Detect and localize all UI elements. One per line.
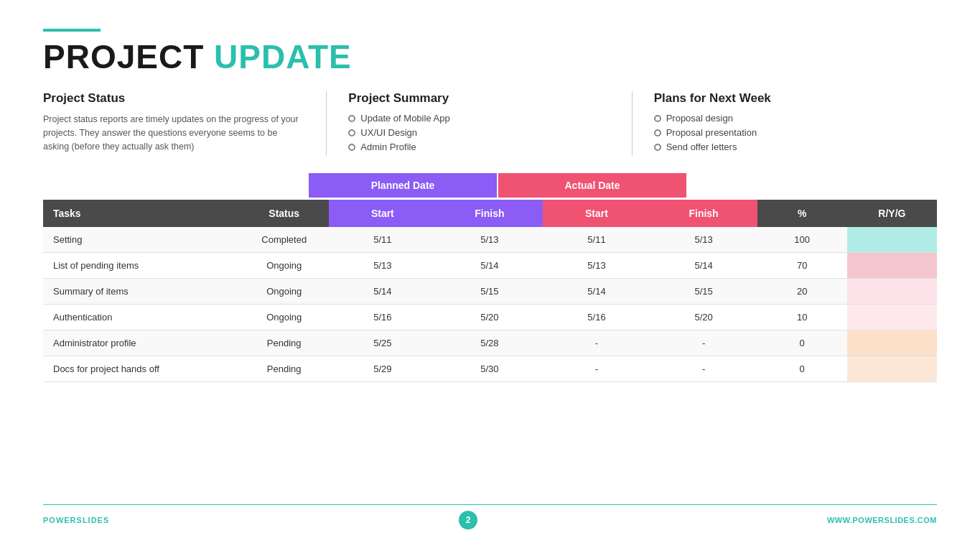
col-status: Status — [239, 200, 329, 227]
bullet-icon — [348, 129, 355, 136]
table-row: Summary of itemsOngoing5/145/155/145/152… — [43, 278, 937, 304]
table-cell: 5/29 — [329, 356, 436, 381]
top-section: Project Status Project status reports ar… — [43, 91, 937, 156]
table-cell: 5/15 — [436, 278, 543, 304]
task-name-cell: Summary of items — [43, 278, 239, 304]
table-cell: 5/14 — [436, 252, 543, 278]
table-cell: 5/13 — [543, 252, 650, 278]
table-cell: 5/13 — [650, 227, 757, 253]
table-section: Planned Date Actual Date Tasks Status St… — [43, 173, 937, 496]
table-row: AuthenticationOngoing5/165/205/165/2010 — [43, 304, 937, 330]
table-cell: 70 — [757, 252, 847, 278]
task-name-cell: Administrator profile — [43, 330, 239, 356]
list-item: UX/UI Design — [348, 127, 610, 138]
bullet-icon — [348, 144, 355, 151]
project-summary-title: Project Summary — [348, 91, 610, 106]
ryg-cell — [847, 304, 937, 330]
table-row: Docs for project hands offPending5/295/3… — [43, 356, 937, 381]
table-cell: - — [650, 356, 757, 381]
table-cell: 5/20 — [650, 304, 757, 330]
project-status-title: Project Status — [43, 91, 304, 106]
list-item: Proposal presentation — [654, 127, 915, 138]
title-teal: UPDATE — [214, 38, 352, 75]
table-cell: Pending — [239, 330, 329, 356]
table-cell: 5/14 — [650, 252, 757, 278]
table-cell: 5/13 — [436, 227, 543, 253]
bullet-icon — [654, 115, 661, 122]
table-cell: 5/11 — [329, 227, 436, 253]
table-cell: Completed — [239, 227, 329, 253]
project-summary-col: Project Summary Update of Mobile App UX/… — [326, 91, 631, 156]
table-cell: 5/20 — [436, 304, 543, 330]
ryg-cell — [847, 227, 937, 253]
list-item: Proposal design — [654, 113, 915, 124]
bullet-icon — [654, 129, 661, 136]
brand-black: POWER — [43, 516, 77, 524]
ryg-cell — [847, 330, 937, 356]
col-pct: % — [757, 200, 847, 227]
project-table: Tasks Status Start Finish Start Finish %… — [43, 200, 937, 382]
table-cell: Ongoing — [239, 252, 329, 278]
project-status-col: Project Status Project status reports ar… — [43, 91, 326, 156]
table-cell: 100 — [757, 227, 847, 253]
bullet-icon — [654, 144, 661, 151]
ryg-cell — [847, 356, 937, 381]
plans-next-week-col: Plans for Next Week Proposal design Prop… — [632, 91, 937, 156]
bullet-icon — [348, 115, 355, 122]
table-cell: - — [650, 330, 757, 356]
footer-page-number: 2 — [459, 511, 477, 529]
list-item: Admin Profile — [348, 142, 610, 152]
table-row: SettingCompleted5/115/135/115/13100 — [43, 227, 937, 253]
col-actual-finish: Finish — [650, 200, 757, 227]
table-cell: 5/30 — [436, 356, 543, 381]
table-cell: 5/14 — [543, 278, 650, 304]
table-cell: Pending — [239, 356, 329, 381]
table-cell: - — [543, 356, 650, 381]
project-status-desc: Project status reports are timely update… — [43, 113, 304, 154]
table-cell: 5/25 — [329, 330, 436, 356]
task-name-cell: Authentication — [43, 304, 239, 330]
table-cell: 5/13 — [329, 252, 436, 278]
table-cell: 0 — [757, 330, 847, 356]
table-row: List of pending itemsOngoing5/135/145/13… — [43, 252, 937, 278]
table-cell: 5/14 — [329, 278, 436, 304]
task-name-cell: Setting — [43, 227, 239, 253]
table-cell: 5/16 — [543, 304, 650, 330]
plans-next-week-title: Plans for Next Week — [654, 91, 915, 106]
planned-date-header: Planned Date — [309, 173, 497, 198]
table-cell: 5/28 — [436, 330, 543, 356]
ryg-cell — [847, 278, 937, 304]
actual-date-header: Actual Date — [498, 173, 686, 198]
table-cell: 5/11 — [543, 227, 650, 253]
page-title: PROJECT UPDATE — [43, 39, 937, 75]
col-actual-start: Start — [543, 200, 650, 227]
table-cell: Ongoing — [239, 278, 329, 304]
task-name-cell: List of pending items — [43, 252, 239, 278]
brand-teal: SLIDES — [77, 516, 110, 524]
col-tasks: Tasks — [43, 200, 239, 227]
list-item: Send offer letters — [654, 142, 915, 152]
table-cell: Ongoing — [239, 304, 329, 330]
list-item: Update of Mobile App — [348, 113, 610, 124]
page: PROJECT UPDATE Project Status Project st… — [0, 0, 980, 551]
footer-website: WWW.POWERSLIDES.COM — [827, 516, 937, 524]
project-summary-list: Update of Mobile App UX/UI Design Admin … — [348, 113, 610, 152]
footer: POWERSLIDES 2 WWW.POWERSLIDES.COM — [43, 504, 937, 529]
ryg-cell — [847, 252, 937, 278]
header-bar — [43, 29, 101, 32]
task-name-cell: Docs for project hands off — [43, 356, 239, 381]
table-cell: 5/16 — [329, 304, 436, 330]
table-cell: 5/15 — [650, 278, 757, 304]
col-planned-finish: Finish — [436, 200, 543, 227]
plans-next-week-list: Proposal design Proposal presentation Se… — [654, 113, 915, 152]
footer-brand: POWERSLIDES — [43, 516, 109, 524]
table-cell: 10 — [757, 304, 847, 330]
table-cell: 0 — [757, 356, 847, 381]
col-ryg: R/Y/G — [847, 200, 937, 227]
table-cell: 20 — [757, 278, 847, 304]
table-cell: - — [543, 330, 650, 356]
col-planned-start: Start — [329, 200, 436, 227]
title-black: PROJECT — [43, 38, 214, 75]
table-row: Administrator profilePending5/255/28--0 — [43, 330, 937, 356]
